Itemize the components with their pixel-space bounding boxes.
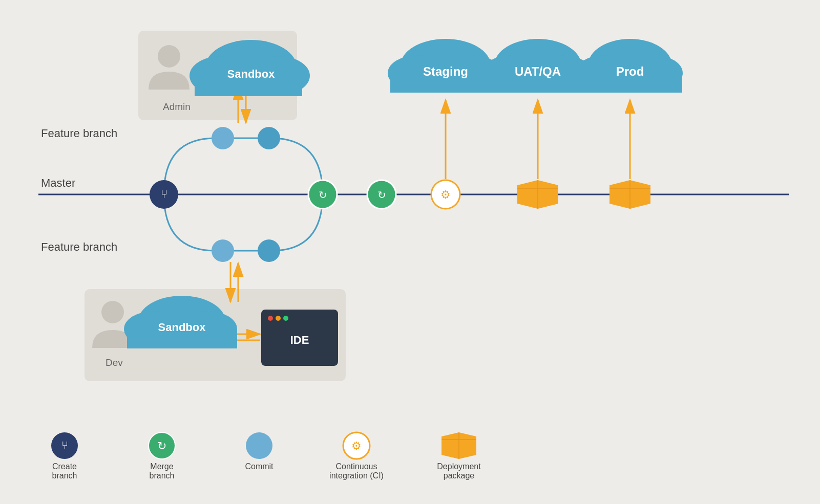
legend-ci-label: Continuous: [336, 462, 377, 471]
legend-create-branch-icon: ⑂: [61, 439, 68, 452]
ci-icon: ⚙: [440, 188, 451, 201]
cloud-sandbox-bottom-label: Sandbox: [158, 321, 206, 334]
legend-create-branch-label: Create: [52, 462, 77, 471]
cloud-uat: UAT/QA: [482, 39, 592, 93]
svg-text:branch: branch: [150, 471, 175, 480]
cloud-uat-label: UAT/QA: [515, 64, 561, 78]
cloud-staging-label: Staging: [423, 64, 468, 78]
commit-top-1: [212, 127, 234, 149]
dev-avatar-head: [101, 301, 124, 323]
cloud-prod-label: Prod: [616, 64, 644, 78]
cloud-sandbox-top-label: Sandbox: [227, 68, 276, 80]
feature-branch-top-label: Feature branch: [41, 127, 117, 140]
commit-top-2: [258, 127, 280, 149]
feature-branch-bottom-curve: [164, 194, 323, 251]
legend-deploy-label: Deployment: [437, 462, 481, 471]
svg-point-26: [283, 316, 288, 321]
diagram-svg: Admin Dev Feature branch Master Feature …: [0, 0, 820, 504]
merge-icon-1: ↻: [319, 189, 327, 201]
legend-commit-label: Commit: [245, 462, 274, 471]
merge-icon-2: ↻: [377, 189, 386, 201]
dev-label: Dev: [106, 357, 123, 368]
svg-text:branch: branch: [52, 471, 77, 480]
legend-merge-branch-label: Merge: [150, 462, 173, 471]
create-branch-icon: ⑂: [161, 188, 167, 201]
commit-bottom-1: [212, 239, 234, 262]
commit-bottom-2: [258, 239, 280, 262]
ide-label: IDE: [290, 334, 309, 346]
diagram-container: Admin Dev Feature branch Master Feature …: [0, 0, 820, 504]
legend-merge-branch-icon: ↻: [157, 440, 166, 452]
legend: ⑂ Create branch ↻ Merge branch Commit ⚙ …: [51, 432, 481, 480]
svg-text:integration (CI): integration (CI): [329, 471, 384, 480]
svg-point-24: [268, 316, 273, 321]
svg-point-31: [246, 432, 272, 459]
svg-text:package: package: [444, 471, 475, 480]
ide-window: IDE: [261, 310, 338, 366]
admin-label: Admin: [163, 101, 191, 112]
master-label: Master: [41, 177, 75, 189]
feature-branch-top-curve: [164, 138, 323, 194]
svg-point-25: [276, 316, 281, 321]
feature-branch-bottom-label: Feature branch: [41, 240, 117, 253]
admin-avatar-head: [158, 45, 180, 68]
legend-ci-icon: ⚙: [351, 440, 362, 452]
cloud-prod: Prod: [575, 39, 683, 93]
